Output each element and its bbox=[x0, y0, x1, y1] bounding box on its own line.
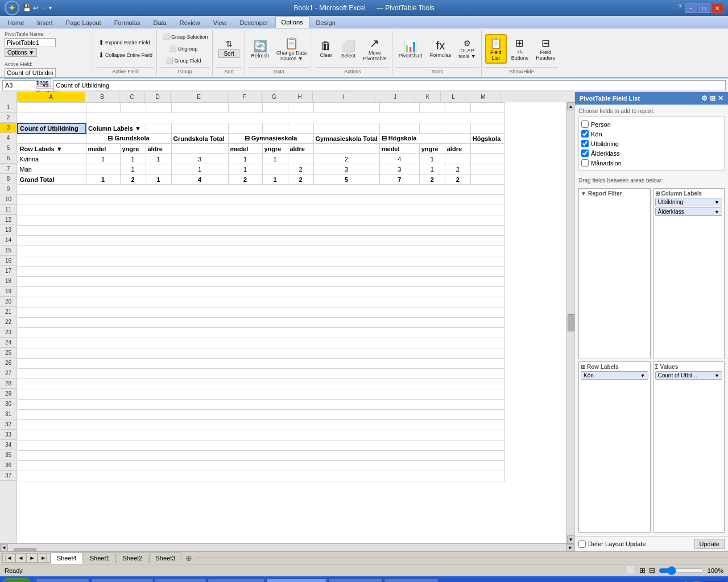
cell-e6[interactable]: 3 bbox=[171, 154, 228, 164]
scroll-left-btn[interactable]: ◄ bbox=[0, 544, 8, 552]
quick-access-arrow[interactable]: ▼ bbox=[48, 5, 53, 11]
vertical-scrollbar[interactable]: ▲ ▼ bbox=[566, 102, 574, 543]
row-num-11[interactable]: 11 bbox=[0, 205, 16, 215]
ungroup-btn[interactable]: ⬜ Ungroup bbox=[160, 43, 206, 54]
field-kon[interactable]: Kön bbox=[581, 129, 722, 139]
col-header-h[interactable]: H bbox=[287, 92, 313, 102]
quick-redo-btn[interactable]: ↪ bbox=[40, 4, 46, 12]
cell-g6[interactable]: 1 bbox=[262, 154, 288, 164]
tab-insert[interactable]: Insert bbox=[31, 17, 59, 28]
cell-i7[interactable]: 3 bbox=[313, 164, 379, 174]
row-num-3[interactable]: 3 bbox=[0, 123, 16, 133]
sort-btn[interactable]: Sort bbox=[218, 49, 239, 58]
view-normal-btn[interactable]: ⬜ bbox=[627, 566, 636, 575]
row-num-32[interactable]: 32 bbox=[0, 419, 16, 430]
cell-i8[interactable]: 5 bbox=[313, 174, 379, 185]
col-header-i[interactable]: I bbox=[313, 92, 375, 102]
cell-g8[interactable]: 1 bbox=[262, 174, 288, 185]
cell-h6[interactable] bbox=[288, 154, 313, 164]
cell-k8[interactable]: 2 bbox=[419, 174, 445, 185]
utbildning-chip-dropdown[interactable]: ▼ bbox=[714, 199, 719, 205]
row-num-27[interactable]: 27 bbox=[0, 368, 16, 379]
cell-f3[interactable] bbox=[228, 123, 262, 134]
sheet-tab-sheet3[interactable]: Sheet3 bbox=[149, 552, 181, 563]
alderklass-chip[interactable]: Ålderklass ▼ bbox=[655, 207, 723, 216]
alderklass-chip-dropdown[interactable]: ▼ bbox=[714, 209, 719, 215]
kon-chip[interactable]: Kön ▼ bbox=[581, 371, 648, 380]
update-btn[interactable]: Update bbox=[694, 539, 725, 549]
cell-e1[interactable] bbox=[171, 103, 228, 113]
restore-btn[interactable]: □ bbox=[698, 3, 710, 13]
sheet-tab-sheet4[interactable]: Sheet4 bbox=[51, 552, 83, 564]
cell-e8[interactable]: 4 bbox=[171, 174, 228, 185]
group-field-btn[interactable]: ⬜ Group Field bbox=[160, 55, 206, 66]
count-utbil-chip[interactable]: Count of Utbil... ▼ bbox=[655, 371, 723, 380]
cell-f8[interactable]: 2 bbox=[228, 174, 262, 185]
cell-m3[interactable] bbox=[470, 123, 504, 134]
pivottable-name-input[interactable] bbox=[5, 38, 56, 47]
field-utbildning[interactable]: Utbildning bbox=[581, 139, 722, 148]
cell-i1[interactable] bbox=[313, 103, 379, 113]
cell-k5[interactable]: yngre bbox=[419, 144, 445, 154]
cell-d5[interactable]: äldre bbox=[146, 144, 171, 154]
sheet-tab-sheet2[interactable]: Sheet2 bbox=[117, 552, 149, 563]
select-btn[interactable]: ⬜ Select bbox=[338, 32, 358, 66]
col-header-b[interactable]: B bbox=[85, 92, 119, 102]
cell-g5[interactable]: yngre bbox=[262, 144, 288, 154]
row-num-14[interactable]: 14 bbox=[0, 235, 16, 246]
cell-j7[interactable]: 3 bbox=[379, 164, 419, 174]
row-num-35[interactable]: 35 bbox=[0, 450, 16, 460]
field-utbildning-checkbox[interactable] bbox=[581, 140, 589, 147]
sheet-nav-left-left[interactable]: |◄ bbox=[2, 553, 15, 563]
panel-settings-icon[interactable]: ⚙ bbox=[701, 94, 708, 102]
cell-j8[interactable]: 7 bbox=[379, 174, 419, 185]
scroll-thumb[interactable] bbox=[568, 314, 574, 331]
row-num-28[interactable]: 28 bbox=[0, 379, 16, 389]
scroll-right-btn[interactable]: ► bbox=[566, 544, 574, 552]
cell-a8[interactable]: Grand Total bbox=[18, 174, 86, 185]
taskbar-item-excel[interactable]: 📊 Microsoft Exce... bbox=[266, 579, 327, 582]
row-num-30[interactable]: 30 bbox=[0, 399, 16, 409]
cell-a2[interactable] bbox=[18, 113, 86, 123]
cell-i3[interactable] bbox=[313, 123, 379, 134]
cell-k6[interactable]: 1 bbox=[419, 154, 445, 164]
col-header-l[interactable]: L bbox=[441, 92, 466, 102]
cell-reference-box[interactable] bbox=[2, 80, 36, 90]
row-num-31[interactable]: 31 bbox=[0, 409, 16, 419]
row-num-2[interactable]: 2 bbox=[0, 113, 16, 123]
cell-a6[interactable]: Kvinna bbox=[18, 154, 86, 164]
col-header-k[interactable]: K bbox=[415, 92, 441, 102]
cell-b5[interactable]: medel bbox=[86, 144, 120, 154]
row-num-19[interactable]: 19 bbox=[0, 286, 16, 297]
cell-b1[interactable] bbox=[86, 103, 120, 113]
cell-h3[interactable] bbox=[288, 123, 313, 134]
taskbar-item-browser[interactable]: 🌐 http://www.e... bbox=[384, 579, 439, 582]
taskbar-item-fore[interactable]: 📄 fore19_09 [Rea... bbox=[91, 579, 154, 582]
count-utbil-chip-dropdown[interactable]: ▼ bbox=[714, 373, 719, 379]
quick-undo-btn[interactable]: ↩ bbox=[33, 4, 39, 12]
cell-a5[interactable]: Row Labels ▼ bbox=[18, 144, 86, 154]
view-layout-btn[interactable]: ⊞ bbox=[639, 566, 646, 575]
field-list-btn[interactable]: 📋 FieldList bbox=[485, 34, 507, 64]
change-data-source-btn[interactable]: 📋 Change DataSource ▼ bbox=[274, 32, 309, 66]
cell-m4[interactable]: Högskola bbox=[470, 134, 504, 144]
cell-d6[interactable]: 1 bbox=[146, 154, 171, 164]
cell-b2[interactable] bbox=[86, 113, 504, 123]
row-num-8[interactable]: 8 bbox=[0, 174, 16, 184]
cell-j3[interactable] bbox=[379, 123, 419, 134]
tab-page-layout[interactable]: Page Layout bbox=[60, 17, 107, 28]
clear-btn[interactable]: 🗑 Clear bbox=[316, 32, 336, 66]
row-num-16[interactable]: 16 bbox=[0, 256, 16, 266]
olap-tools-btn[interactable]: ⚙ OLAPtools ▼ bbox=[456, 32, 478, 66]
cell-b3[interactable]: Column Labels ▼ bbox=[86, 123, 146, 134]
cell-c1[interactable] bbox=[120, 103, 146, 113]
row-num-6[interactable]: 6 bbox=[0, 153, 16, 164]
row-num-29[interactable]: 29 bbox=[0, 389, 16, 399]
sheet-tab-sheet1[interactable]: Sheet1 bbox=[84, 552, 116, 563]
row-num-5[interactable]: 5 bbox=[0, 143, 16, 153]
cell-i4[interactable]: Gymnasieskola Total bbox=[313, 134, 379, 144]
tab-formulas[interactable]: Formulas bbox=[108, 17, 147, 28]
row-num-26[interactable]: 26 bbox=[0, 358, 16, 368]
cell-k1[interactable] bbox=[419, 103, 445, 113]
tab-home[interactable]: Home bbox=[1, 17, 30, 28]
